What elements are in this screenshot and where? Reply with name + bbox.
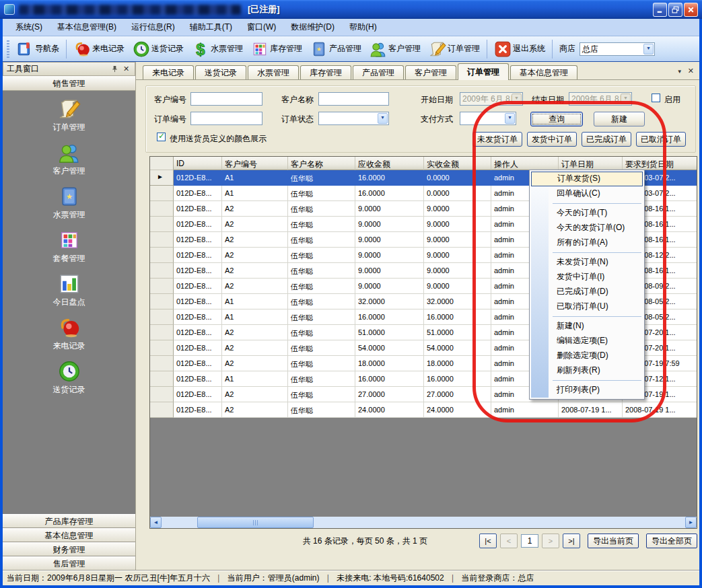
tab-1[interactable]: 来电记录 xyxy=(143,65,194,79)
chevron-down-icon[interactable] xyxy=(505,113,515,124)
tab-8[interactable]: 基本信息管理 xyxy=(510,65,577,79)
context-menu-item[interactable]: 未发货订单(N) xyxy=(531,255,643,270)
toolbar-button[interactable]: 库存管理 xyxy=(247,39,306,59)
chevron-down-icon[interactable] xyxy=(512,94,522,104)
tool-window-close-icon[interactable] xyxy=(121,65,131,74)
pin-button[interactable] xyxy=(110,65,120,74)
sidebar-item[interactable]: ★水票管理 xyxy=(53,185,85,221)
tab-list-dropdown-icon[interactable] xyxy=(677,66,682,75)
context-menu-item[interactable]: 刷新列表(R) xyxy=(531,363,643,378)
context-menu-item[interactable]: 订单发货(S) xyxy=(531,172,643,186)
sidebar-item[interactable]: 客户管理 xyxy=(53,141,85,177)
minimize-button[interactable] xyxy=(653,3,667,17)
toolbar-grip[interactable] xyxy=(7,40,9,58)
sidebar-item[interactable]: 今日盘点 xyxy=(53,272,85,308)
column-header[interactable]: ID xyxy=(174,157,222,170)
tab-close-icon[interactable] xyxy=(688,66,694,75)
tab-3[interactable]: 水票管理 xyxy=(248,65,299,79)
menu-item[interactable]: 运行信息(R) xyxy=(124,20,182,35)
menu-item[interactable]: 辅助工具(T) xyxy=(182,20,240,35)
context-menu-item[interactable]: 发货中订单(I) xyxy=(531,270,643,285)
menu-item[interactable]: 帮助(H) xyxy=(342,20,384,35)
customer-no-input[interactable] xyxy=(190,92,262,106)
toolbar-button[interactable]: $水票管理 xyxy=(188,39,247,59)
menu-item[interactable]: 数据维护(D) xyxy=(283,20,342,35)
scroll-left-icon[interactable]: ◄ xyxy=(150,517,162,528)
menu-item[interactable]: 基本信息管理(B) xyxy=(50,20,124,35)
status-filter-button[interactable]: 已取消订单 xyxy=(636,132,686,147)
sidebar-group[interactable]: 基本信息管理 xyxy=(3,528,135,542)
tab-2[interactable]: 送货记录 xyxy=(195,65,246,79)
context-menu-item[interactable]: 编辑选定项(E) xyxy=(531,334,643,348)
new-button[interactable]: 新建 xyxy=(594,112,645,126)
scroll-right-icon[interactable]: ► xyxy=(685,517,697,528)
first-page-button[interactable]: |< xyxy=(479,534,497,548)
context-menu-item[interactable]: 所有的订单(A) xyxy=(531,235,643,250)
page-input[interactable] xyxy=(521,534,538,548)
last-page-button[interactable]: >| xyxy=(563,534,580,548)
shop-select[interactable]: 总店 xyxy=(580,42,655,56)
column-header[interactable]: 应收金额 xyxy=(355,157,424,170)
chevron-down-icon[interactable] xyxy=(643,44,654,54)
export-all-pages-button[interactable]: 导出全部页 xyxy=(646,534,697,548)
tab-5[interactable]: 产品管理 xyxy=(353,65,404,79)
sidebar-group[interactable]: 产品库存管理 xyxy=(3,514,135,528)
sidebar-group[interactable]: 售后管理 xyxy=(3,556,135,571)
chevron-down-icon[interactable] xyxy=(621,94,631,104)
restore-button[interactable] xyxy=(668,3,682,17)
sidebar-item[interactable]: 来电记录 xyxy=(53,316,85,352)
enable-checkbox[interactable] xyxy=(652,94,660,102)
column-header[interactable]: 客户编号 xyxy=(222,157,288,170)
toolbar-button[interactable]: 导航条 xyxy=(12,39,63,59)
horizontal-scrollbar[interactable]: ◄ ► xyxy=(150,517,697,528)
column-header[interactable]: 要求到货日期 xyxy=(623,157,697,170)
order-no-input[interactable] xyxy=(190,112,262,125)
status-filter-button[interactable]: 已完成订单 xyxy=(582,132,631,147)
tab-7[interactable]: 订单管理 xyxy=(458,63,509,80)
column-header[interactable]: 操作人 xyxy=(491,157,559,170)
toolbar-button[interactable]: 退出系统 xyxy=(490,39,549,59)
end-date-picker[interactable]: 2009年 6月 8日 xyxy=(569,92,632,106)
context-menu-item[interactable]: 回单确认(C) xyxy=(531,186,643,201)
context-menu-item[interactable]: 今天的订单(T) xyxy=(531,206,643,221)
sidebar-item[interactable]: 订单管理 xyxy=(53,98,85,133)
scrollbar-thumb[interactable] xyxy=(197,517,314,528)
context-menu-item[interactable]: 新建(N) xyxy=(531,319,643,334)
toolbar-button[interactable]: 订单管理 xyxy=(425,39,484,59)
toolbar-button[interactable]: 客户管理 xyxy=(365,39,425,59)
tab-6[interactable]: 客户管理 xyxy=(405,65,456,79)
payment-select[interactable] xyxy=(460,112,516,125)
context-menu-item[interactable]: 今天的发货订单(O) xyxy=(531,221,643,235)
column-header[interactable]: 客户名称 xyxy=(288,157,355,170)
sidebar-item[interactable]: 送货记录 xyxy=(53,360,85,396)
query-button[interactable]: 查询 xyxy=(530,112,583,126)
next-page-button[interactable]: > xyxy=(542,534,559,548)
context-menu-item[interactable]: 已取消订单(U) xyxy=(531,299,643,314)
sidebar-group[interactable]: 财务管理 xyxy=(3,542,135,556)
close-button[interactable] xyxy=(684,3,698,17)
tab-4[interactable]: 库存管理 xyxy=(300,65,351,79)
context-menu-item[interactable]: 打印列表(P) xyxy=(531,383,643,398)
menu-item[interactable]: 系统(S) xyxy=(8,20,50,35)
chevron-down-icon[interactable] xyxy=(378,113,388,124)
status-filter-button[interactable]: 发货中订单 xyxy=(527,132,577,147)
context-menu-item[interactable]: 删除选定项(D) xyxy=(531,348,643,363)
export-current-page-button[interactable]: 导出当前页 xyxy=(588,534,639,548)
sidebar-section-sales[interactable]: 销售管理 xyxy=(3,76,135,91)
toolbar-button[interactable]: 来电记录 xyxy=(69,39,129,59)
color-checkbox[interactable] xyxy=(157,133,166,141)
sidebar-item[interactable]: 套餐管理 xyxy=(53,229,85,264)
menu-item[interactable]: 窗口(W) xyxy=(240,20,283,35)
status-filter-button[interactable]: 未发货订单 xyxy=(472,132,522,147)
context-menu-item[interactable]: 已完成订单(D) xyxy=(531,285,643,299)
column-header[interactable]: 实收金额 xyxy=(424,157,491,170)
grid-corner[interactable] xyxy=(150,157,174,170)
toolbar-button[interactable]: 送货记录 xyxy=(129,39,188,59)
toolbar-button[interactable]: ★产品管理 xyxy=(306,39,365,59)
start-date-picker[interactable]: 2009年 6月 8日 xyxy=(460,92,523,106)
column-header[interactable]: 订单日期 xyxy=(559,157,623,170)
prev-page-button[interactable]: < xyxy=(500,534,518,548)
order-status-select[interactable] xyxy=(318,112,389,125)
customer-name-input[interactable] xyxy=(318,92,389,106)
table-row[interactable]: 012D-E8...A2伍华聪24.000024.0000admin2008-0… xyxy=(150,402,697,418)
